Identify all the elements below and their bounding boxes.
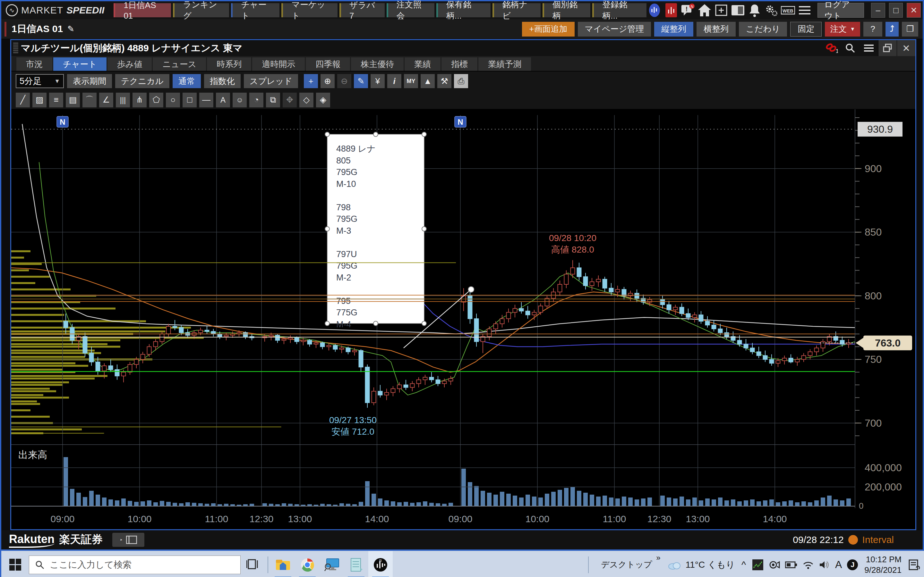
ime-lang-icon[interactable]: J — [847, 559, 858, 570]
workspace-button-注文[interactable]: 注文▼ — [825, 22, 860, 37]
menu-tab-登録銘柄...[interactable]: 登録銘柄... — [592, 3, 646, 17]
hsegment-icon[interactable]: — — [199, 93, 213, 107]
zoom-in-icon[interactable]: ⊕ — [320, 74, 334, 88]
web-icon[interactable]: WEB — [781, 3, 795, 17]
file-explorer-icon[interactable] — [271, 551, 295, 577]
period-select[interactable]: 5分足 ▼ — [16, 74, 64, 88]
workspace-button-縦整列[interactable]: 縦整列 — [654, 22, 693, 37]
toolbar-button-指数化[interactable]: 指数化 — [204, 74, 241, 88]
camera-icon[interactable] — [768, 560, 780, 570]
window-close-icon[interactable]: ✕ — [897, 40, 915, 56]
logout-button[interactable]: ログアウト — [817, 3, 864, 18]
rectangle-icon[interactable]: □ — [183, 93, 197, 107]
desktop-toolbar[interactable]: » デスクトップ — [598, 559, 661, 570]
area-chart-icon[interactable]: ▲ — [421, 74, 435, 88]
tab-市況[interactable]: 市況 — [16, 57, 52, 71]
menu-tab-ザラバ7[interactable]: ザラバ7 — [339, 3, 384, 17]
hand-icon[interactable]: ✥ — [283, 93, 297, 107]
edit-pencil-icon[interactable]: ✎ — [67, 24, 74, 34]
toolbar-button-テクニカル[interactable]: テクニカル — [115, 74, 170, 88]
fan-lines-icon[interactable]: ∠ — [99, 93, 113, 107]
window-titlebar[interactable]: マルチツール(個別銘柄) 4889 レナサイエンス 東マ 1 ✕ — [11, 40, 915, 56]
selection-handle[interactable] — [422, 321, 426, 326]
popout-icon[interactable] — [878, 40, 897, 56]
ellipse-icon[interactable]: ○ — [166, 93, 180, 107]
toolbar-button-通常[interactable]: 通常 — [173, 74, 201, 88]
marketspeed-tray-icon[interactable] — [752, 559, 763, 570]
selection-handle[interactable] — [422, 227, 426, 231]
hlines-icon[interactable]: ≡ — [49, 93, 63, 107]
ime-mode-icon[interactable]: A — [835, 559, 842, 571]
tab-チャート[interactable]: チャート — [53, 57, 107, 71]
workspace-button-固定[interactable]: 固定 — [790, 22, 822, 37]
close-button[interactable]: ✕ — [907, 3, 921, 18]
notification-center-icon[interactable] — [908, 559, 920, 570]
start-button[interactable] — [1, 551, 29, 577]
toolbar-button-表示期間[interactable]: 表示期間 — [67, 74, 112, 88]
menu-tab-注文照会[interactable]: 注文照会 — [387, 3, 435, 17]
info-icon[interactable]: i — [387, 74, 401, 88]
wifi-icon[interactable] — [803, 560, 814, 569]
selection-handle[interactable] — [325, 321, 330, 326]
crosshair-icon[interactable]: + — [304, 74, 318, 88]
toolbar-button-スプレッド[interactable]: スプレッド — [244, 74, 298, 88]
price-chart[interactable]: NN4889 レナ805795GM-10798795GM-3797U795GM-… — [11, 109, 915, 529]
fibo-arc-icon[interactable]: ⌒ — [82, 93, 97, 107]
pentagon-icon[interactable]: ⬠ — [149, 93, 163, 107]
yen-icon[interactable]: ¥ — [371, 74, 384, 88]
menu-tab-個別銘柄[interactable]: 個別銘柄 — [543, 3, 590, 17]
clock-icon[interactable]: ◔ — [249, 93, 263, 107]
menu-icon[interactable] — [798, 3, 812, 17]
hlines-multi-icon[interactable]: ▤ — [66, 93, 80, 107]
copy-icon[interactable]: ⧉ — [266, 93, 280, 107]
zoom-out-icon[interactable]: ⊖ — [337, 74, 351, 88]
my-chart-icon[interactable]: MY — [404, 74, 418, 88]
panel-icon[interactable] — [731, 3, 745, 17]
settings-gears-icon[interactable] — [764, 3, 779, 17]
add-window-icon[interactable] — [714, 3, 728, 17]
show-hidden-icons[interactable]: ^ — [741, 559, 746, 570]
tab-指標[interactable]: 指標 — [441, 57, 477, 71]
tab-業績予測[interactable]: 業績予測 — [478, 57, 531, 71]
panel-toggle-button[interactable]: ‣ — [112, 533, 144, 547]
menu-tab-ランキング[interactable]: ランキング — [173, 3, 229, 17]
stamp-icon[interactable]: ☺ — [233, 93, 247, 107]
menu-tab-銘柄ナビ[interactable]: 銘柄ナビ — [493, 3, 541, 17]
selection-handle[interactable] — [325, 132, 330, 137]
minimize-button[interactable]: – — [871, 3, 885, 18]
selection-handle[interactable] — [422, 132, 426, 137]
drag-grip-icon[interactable] — [13, 43, 18, 53]
taskbar-clock[interactable]: 10:12 PM 9/28/2021 — [864, 554, 901, 575]
tab-歩み値[interactable]: 歩み値 — [107, 57, 152, 71]
speaker-icon[interactable] — [819, 560, 830, 569]
menu-tab-1日信AS 01[interactable]: 1日信AS 01 — [113, 3, 171, 17]
workspace-button-マイページ管理[interactable]: マイページ管理 — [578, 22, 651, 37]
notepad-icon[interactable] — [344, 551, 368, 577]
weather-widget[interactable]: 11°C くもり — [667, 559, 735, 571]
alert-chart-icon[interactable] — [664, 3, 678, 17]
workspace-button-+画面追加[interactable]: +画面追加 — [522, 22, 574, 37]
trendline-icon[interactable]: ╱ — [16, 93, 30, 107]
chevrons-icon[interactable]: » — [656, 553, 660, 562]
battery-icon[interactable] — [785, 561, 797, 569]
selection-handle[interactable] — [373, 321, 378, 326]
pitchfork-icon[interactable]: ⋔ — [132, 93, 147, 107]
wrench-icon[interactable]: ⚒ — [437, 74, 451, 88]
trendline-handle[interactable] — [468, 287, 474, 292]
task-view-icon[interactable] — [241, 551, 265, 577]
tab-ニュース[interactable]: ニュース — [153, 57, 206, 71]
monitor-search-icon[interactable] — [320, 551, 344, 577]
tab-時系列[interactable]: 時系列 — [207, 57, 251, 71]
menu-tab-マーケット[interactable]: マーケット — [281, 3, 338, 17]
tab-四季報[interactable]: 四季報 — [306, 57, 350, 71]
text-icon[interactable]: A — [216, 93, 230, 107]
chrome-icon[interactable] — [295, 551, 320, 577]
workspace-button-こだわり[interactable]: こだわり — [739, 22, 787, 37]
search-icon[interactable] — [841, 40, 859, 56]
maximize-button[interactable]: □ — [889, 3, 903, 18]
link-group-icon[interactable]: 1 — [822, 40, 841, 56]
selection-handle[interactable] — [373, 132, 378, 137]
workspace-button-?[interactable]: ? — [863, 22, 882, 37]
selection-handle[interactable] — [325, 227, 330, 231]
tab-適時開示[interactable]: 適時開示 — [252, 57, 305, 71]
